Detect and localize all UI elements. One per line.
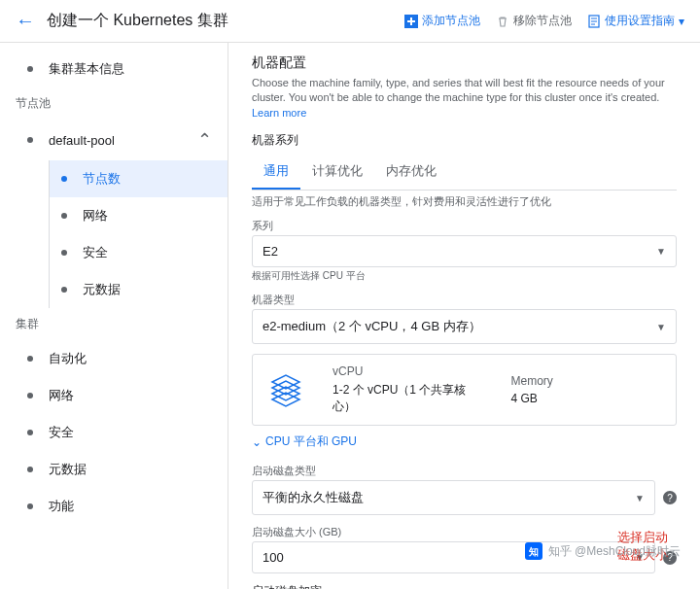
- cpu-gpu-expander[interactable]: ⌄CPU 平台和 GPU: [252, 433, 677, 450]
- series-helper: 根据可用性选择 CPU 平台: [252, 269, 677, 283]
- page-title: 创建一个 Kubernetes 集群: [47, 11, 228, 31]
- tab-memory-optimized[interactable]: 内存优化: [374, 155, 448, 190]
- plus-icon: [404, 15, 418, 28]
- tab-general[interactable]: 通用: [252, 155, 300, 190]
- sidebar-item-basic-info[interactable]: 集群基本信息: [0, 51, 228, 87]
- svg-text:知: 知: [528, 546, 539, 557]
- sidebar-item-default-pool[interactable]: default-pool⌃: [0, 120, 228, 160]
- setup-guide-button[interactable]: 使用设置指南 ▾: [587, 13, 684, 29]
- page-header: ← 创建一个 Kubernetes 集群 添加节点池 移除节点池 使用设置指南 …: [0, 0, 700, 43]
- help-icon[interactable]: ?: [663, 491, 677, 504]
- machine-series-tabs: 通用 计算优化 内存优化: [252, 155, 677, 191]
- machine-type-select[interactable]: e2-medium（2 个 vCPU，4 GB 内存）▼: [252, 309, 677, 344]
- sidebar-item-pool-security[interactable]: 安全: [50, 234, 228, 271]
- sidebar-section-cluster: 集群: [0, 308, 228, 340]
- sidebar-item-cluster-network[interactable]: 网络: [0, 377, 228, 414]
- disk-encryption-title: 启动磁盘加密: [252, 583, 677, 589]
- series-select[interactable]: E2▼: [252, 235, 677, 267]
- boot-disk-size-label: 启动磁盘大小 (GB): [252, 525, 677, 539]
- sidebar-item-cluster-metadata[interactable]: 元数据: [0, 451, 228, 488]
- caret-down-icon: ▼: [635, 493, 645, 503]
- document-icon: [587, 15, 601, 28]
- add-node-pool-button[interactable]: 添加节点池: [404, 13, 480, 29]
- sidebar-item-pool-network[interactable]: 网络: [50, 197, 228, 234]
- cpu-chip-icon: [262, 366, 309, 413]
- learn-more-link[interactable]: Learn more: [252, 107, 306, 119]
- caret-down-icon: ▼: [656, 322, 666, 332]
- sidebar-item-pool-metadata[interactable]: 元数据: [50, 271, 228, 308]
- machine-config-desc: Choose the machine family, type, and ser…: [252, 76, 677, 121]
- chevron-down-icon: ⌄: [252, 435, 262, 449]
- boot-disk-type-label: 启动磁盘类型: [252, 464, 677, 478]
- remove-node-pool-button[interactable]: 移除节点池: [496, 13, 572, 29]
- tab-description: 适用于常见工作负载的机器类型，针对费用和灵活性进行了优化: [252, 194, 677, 209]
- sidebar-section-node-pool: 节点池: [0, 87, 228, 120]
- series-label: 系列: [252, 219, 677, 233]
- sidebar: 集群基本信息 节点池 default-pool⌃ 节点数 网络 安全 元数据 集…: [0, 43, 228, 589]
- sidebar-item-cluster-security[interactable]: 安全: [0, 414, 228, 451]
- boot-disk-type-select[interactable]: 平衡的永久性磁盘▼: [252, 480, 655, 515]
- watermark: 知 知乎 @MeshCloud脉时云: [525, 542, 681, 560]
- machine-series-title: 机器系列: [252, 132, 677, 149]
- caret-down-icon: ▼: [656, 246, 666, 257]
- sidebar-item-nodes[interactable]: 节点数: [50, 160, 228, 197]
- tab-compute-optimized[interactable]: 计算优化: [300, 155, 374, 190]
- main-content: 机器配置 Choose the machine family, type, an…: [228, 43, 700, 589]
- dropdown-caret-icon: ▾: [679, 15, 684, 28]
- trash-icon: [496, 15, 509, 28]
- sidebar-item-features[interactable]: 功能: [0, 488, 228, 525]
- sidebar-item-automation[interactable]: 自动化: [0, 340, 228, 377]
- chevron-up-icon: ⌃: [197, 129, 212, 151]
- zhihu-icon: 知: [525, 542, 542, 560]
- machine-specs: vCPU1-2 个 vCPU（1 个共享核心） Memory4 GB: [252, 354, 677, 426]
- machine-config-title: 机器配置: [252, 54, 677, 72]
- machine-type-label: 机器类型: [252, 293, 677, 307]
- back-arrow-icon[interactable]: ←: [16, 10, 35, 32]
